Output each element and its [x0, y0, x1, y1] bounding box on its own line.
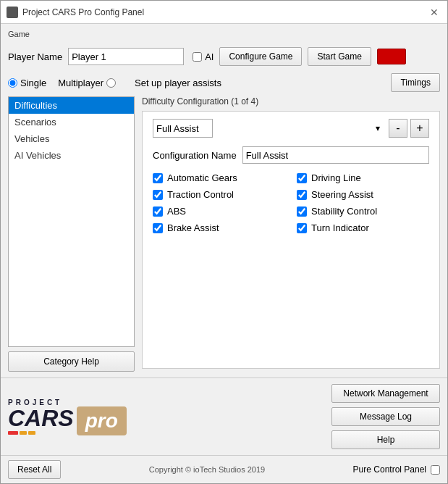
- sidebar-item-ai-vehicles[interactable]: AI Vehicles: [9, 147, 134, 164]
- multiplayer-label: Multiplayer: [58, 78, 103, 88]
- stability-control-label: Stability Control: [311, 206, 377, 217]
- pure-control-checkbox[interactable]: [431, 465, 440, 475]
- turn-indicator-label: Turn Indicator: [311, 222, 369, 233]
- traction-control-label: Traction Control: [167, 189, 234, 200]
- checkbox-abs: ABS: [153, 206, 285, 217]
- brake-assist-label: Brake Assist: [167, 222, 219, 233]
- copyright-text: Copyright © ioTech Studios 2019: [149, 465, 265, 474]
- right-panel: Difficulty Configuration (1 of 4) Full A…: [142, 96, 440, 372]
- game-section-label: Game: [8, 30, 440, 38]
- plus-button[interactable]: +: [410, 119, 429, 138]
- category-help-button[interactable]: Category Help: [8, 351, 135, 372]
- player-name-input[interactable]: [68, 48, 184, 65]
- steering-assist-checkbox[interactable]: [297, 190, 307, 200]
- timings-button[interactable]: Timings: [391, 73, 440, 92]
- close-button[interactable]: ✕: [427, 5, 441, 20]
- automatic-gears-label: Automatic Gears: [167, 172, 237, 183]
- ai-checkbox-wrap: AI: [193, 51, 214, 62]
- reset-all-button[interactable]: Reset All: [8, 460, 61, 479]
- cars-pro-row: CARS pro: [8, 406, 127, 435]
- right-buttons: Network Management Message Log Help: [331, 384, 440, 449]
- sidebar-item-vehicles[interactable]: Vehicles: [9, 130, 134, 147]
- start-game-button[interactable]: Start Game: [308, 47, 371, 66]
- message-log-button[interactable]: Message Log: [331, 407, 440, 426]
- logo-block: PROJECT CARS pro: [8, 399, 127, 435]
- sidebar-item-difficulties[interactable]: Difficulties: [9, 97, 134, 114]
- stripe-orange: [20, 431, 27, 435]
- difficulty-select[interactable]: Full Assist Intermediate Pro Custom: [153, 119, 213, 138]
- checkbox-driving-line: Driving Line: [297, 172, 429, 183]
- help-button[interactable]: Help: [331, 430, 440, 449]
- checkbox-steering-assist: Steering Assist: [297, 189, 429, 200]
- network-management-button[interactable]: Network Management: [331, 384, 440, 403]
- player-row: Player Name AI Configure Game Start Game: [8, 44, 440, 69]
- driving-line-checkbox[interactable]: [297, 173, 307, 183]
- difficulty-header: Difficulty Configuration (1 of 4): [142, 96, 440, 107]
- traction-control-checkbox[interactable]: [153, 190, 163, 200]
- single-radio[interactable]: [8, 78, 17, 88]
- abs-label: ABS: [167, 206, 186, 217]
- brake-assist-checkbox[interactable]: [153, 223, 163, 233]
- logo-area: PROJECT CARS pro: [8, 399, 324, 435]
- difficulty-select-wrap: Full Assist Intermediate Pro Custom: [153, 119, 386, 138]
- checkbox-traction-control: Traction Control: [153, 189, 285, 200]
- cars-logo: CARS: [8, 406, 74, 435]
- content-area: Game Player Name AI Configure Game Start…: [1, 24, 447, 377]
- player-assists-label: Set up player assists: [135, 78, 221, 88]
- pure-control-label: Pure Control Panel: [353, 464, 426, 475]
- turn-indicator-checkbox[interactable]: [297, 223, 307, 233]
- main-area: Difficulties Scenarios Vehicles AI Vehic…: [8, 96, 440, 372]
- titlebar: Project CARS Pro Config Panel ✕: [1, 1, 447, 24]
- ai-checkbox[interactable]: [193, 52, 202, 62]
- window-icon: [7, 7, 18, 18]
- config-name-input[interactable]: [242, 146, 429, 164]
- config-section: Full Assist Intermediate Pro Custom - + …: [142, 111, 440, 369]
- config-name-row: Configuration Name: [153, 146, 429, 164]
- checkbox-automatic-gears: Automatic Gears: [153, 172, 285, 183]
- automatic-gears-checkbox[interactable]: [153, 173, 163, 183]
- pro-label: pro: [85, 409, 118, 432]
- cars-text: CARS: [8, 406, 74, 430]
- main-window: Project CARS Pro Config Panel ✕ Game Pla…: [0, 0, 448, 484]
- minus-button[interactable]: -: [389, 119, 407, 138]
- stripe-red: [8, 431, 18, 435]
- checkbox-turn-indicator: Turn Indicator: [297, 222, 429, 233]
- abs-checkbox[interactable]: [153, 206, 163, 217]
- stability-control-checkbox[interactable]: [297, 206, 307, 217]
- multiplayer-radio-wrap: Multiplayer: [58, 78, 116, 88]
- steering-assist-label: Steering Assist: [311, 189, 373, 200]
- single-radio-wrap: Single: [8, 78, 46, 88]
- category-listbox: Difficulties Scenarios Vehicles AI Vehic…: [8, 96, 135, 347]
- sidebar: Difficulties Scenarios Vehicles AI Vehic…: [8, 96, 135, 372]
- stripe-orange2: [28, 431, 35, 435]
- bottom-bar: PROJECT CARS pro: [1, 377, 447, 455]
- window-title: Project CARS Pro Config Panel: [22, 7, 427, 17]
- status-indicator: [377, 49, 406, 64]
- single-label: Single: [20, 78, 46, 88]
- footer: Reset All Copyright © ioTech Studios 201…: [1, 455, 447, 483]
- multiplayer-radio[interactable]: [106, 78, 116, 88]
- checkbox-stability-control: Stability Control: [297, 206, 429, 217]
- checkboxes-area: Automatic Gears Driving Line Traction Co…: [153, 172, 429, 233]
- pro-box: pro: [77, 406, 127, 435]
- difficulty-selector-row: Full Assist Intermediate Pro Custom - +: [153, 119, 429, 138]
- player-name-label: Player Name: [8, 51, 62, 62]
- driving-line-label: Driving Line: [311, 172, 361, 183]
- config-name-label: Configuration Name: [153, 150, 237, 161]
- pure-control-wrap: Pure Control Panel: [353, 464, 440, 475]
- ai-label: AI: [205, 51, 214, 62]
- mode-row: Single Multiplayer Set up player assists…: [8, 73, 440, 92]
- configure-game-button[interactable]: Configure Game: [219, 47, 302, 66]
- sidebar-item-scenarios[interactable]: Scenarios: [9, 114, 134, 130]
- checkbox-brake-assist: Brake Assist: [153, 222, 285, 233]
